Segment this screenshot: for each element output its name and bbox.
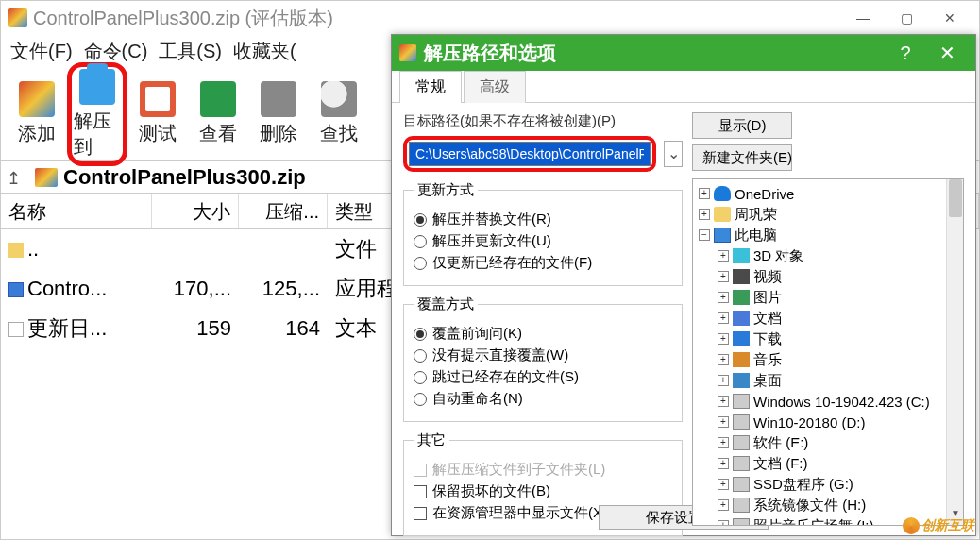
find-icon — [321, 81, 357, 117]
tab-advanced[interactable]: 高级 — [464, 71, 526, 103]
radio-icon — [414, 393, 427, 406]
expand-icon[interactable]: + — [718, 499, 729, 511]
extract-dialog: 解压路径和选项 ? ✕ 常规 高级 目标路径(如果不存在将被创建)(P) ⌄ 更… — [391, 34, 976, 536]
app-icon — [8, 8, 27, 27]
dialog-help-button[interactable]: ? — [885, 42, 926, 64]
radio-option[interactable]: 覆盖前询问(K) — [414, 325, 672, 343]
tree-node[interactable]: +视频 — [695, 266, 961, 287]
tree-node[interactable]: +周巩荣 — [695, 204, 961, 225]
toolbar-add[interactable]: 添加 — [7, 81, 67, 146]
new-folder-button[interactable]: 新建文件夹(E) — [692, 144, 792, 171]
expand-icon[interactable]: + — [718, 333, 729, 345]
overwrite-legend: 覆盖方式 — [414, 295, 478, 313]
menu-favorites[interactable]: 收藏夹( — [229, 37, 300, 66]
col-size[interactable]: 大小 — [152, 194, 239, 228]
col-name[interactable]: 名称 — [1, 194, 152, 228]
drive-icon — [733, 477, 750, 492]
expand-icon[interactable]: + — [718, 437, 729, 448]
tree-node[interactable]: +软件 (E:) — [695, 432, 961, 453]
music-icon — [733, 352, 750, 367]
radio-option[interactable]: 跳过已经存在的文件(S) — [414, 368, 672, 386]
close-button[interactable]: ✕ — [928, 4, 972, 32]
tree-scrollbar[interactable]: ▲ ▼ — [946, 179, 963, 525]
dialog-title: 解压路径和选项 — [424, 41, 556, 66]
overwrite-group: 覆盖方式 覆盖前询问(K)没有提示直接覆盖(W)跳过已经存在的文件(S)自动重命… — [403, 295, 683, 422]
expand-icon[interactable]: + — [718, 458, 729, 469]
maximize-button[interactable]: ▢ — [885, 4, 928, 32]
expand-icon[interactable]: + — [718, 354, 729, 365]
dialog-icon — [399, 44, 416, 61]
tree-node[interactable]: +下载 — [695, 329, 961, 349]
tree-node[interactable]: +系统镜像文件 (H:) — [695, 495, 961, 515]
tree-node[interactable]: +文档 — [695, 308, 961, 329]
expand-icon[interactable]: + — [718, 292, 729, 303]
toolbar-delete[interactable]: 删除 — [248, 81, 309, 146]
extract-icon — [79, 69, 115, 105]
tree-node[interactable]: +OneDrive — [695, 183, 961, 204]
cloud-icon — [714, 186, 731, 201]
radio-icon — [414, 235, 427, 248]
tree-node[interactable]: +SSD盘程序 (G:) — [695, 474, 961, 495]
tree-node[interactable]: +Windows 10-19042.423 (C:) — [695, 391, 961, 412]
tree-node[interactable]: +文档 (F:) — [695, 453, 961, 474]
tree-node[interactable]: +音乐 — [695, 349, 961, 370]
drive-icon — [733, 414, 750, 430]
drive-icon — [733, 456, 750, 471]
dl-icon — [733, 331, 750, 346]
path-dropdown-button[interactable]: ⌄ — [664, 141, 683, 167]
tree-node[interactable]: +Win10-20180 (D:) — [695, 412, 961, 432]
menu-command[interactable]: 命令(C) — [80, 37, 152, 66]
tree-node[interactable]: −此电脑 — [695, 225, 961, 245]
tree-node[interactable]: +桌面 — [695, 370, 961, 391]
radio-option[interactable]: 仅更新已经存在的文件(F) — [414, 254, 672, 272]
toolbar-find[interactable]: 查找 — [309, 81, 369, 146]
col-compressed[interactable]: 压缩... — [239, 194, 328, 228]
radio-option[interactable]: 自动重命名(N) — [414, 390, 672, 408]
checkbox-option[interactable]: 保留损坏的文件(B) — [414, 482, 672, 500]
expand-icon[interactable]: + — [718, 520, 729, 526]
expand-icon[interactable]: + — [718, 396, 729, 407]
archive-path[interactable]: ControlPanelPlus300.zip — [63, 165, 306, 190]
menu-file[interactable]: 文件(F) — [7, 37, 76, 66]
desk-icon — [733, 373, 750, 388]
3d-icon — [733, 248, 750, 263]
radio-icon — [414, 257, 427, 270]
expand-icon[interactable]: − — [699, 229, 710, 241]
watermark-icon — [903, 517, 920, 534]
up-icon[interactable]: ↥ — [7, 168, 29, 187]
expand-icon[interactable]: + — [699, 209, 710, 220]
dialog-close-button[interactable]: ✕ — [926, 42, 968, 64]
scroll-thumb[interactable] — [949, 179, 962, 217]
expand-icon[interactable]: + — [718, 312, 729, 324]
radio-icon — [414, 371, 427, 384]
tab-general[interactable]: 常规 — [399, 71, 462, 103]
destination-path-input[interactable] — [409, 142, 651, 166]
drive-icon — [733, 498, 750, 513]
radio-option[interactable]: 解压并替换文件(R) — [414, 211, 672, 228]
file-icon — [8, 243, 24, 258]
toolbar-test[interactable]: 测试 — [127, 81, 188, 146]
expand-icon[interactable]: + — [699, 188, 710, 199]
view-icon — [200, 81, 236, 117]
radio-option[interactable]: 没有提示直接覆盖(W) — [414, 346, 672, 364]
tabstrip: 常规 高级 — [392, 71, 975, 103]
expand-icon[interactable]: + — [718, 271, 729, 282]
expand-icon[interactable]: + — [718, 416, 729, 428]
tree-node[interactable]: +3D 对象 — [695, 245, 961, 266]
expand-icon[interactable]: + — [718, 479, 729, 490]
expand-icon[interactable]: + — [718, 250, 729, 262]
menu-tools[interactable]: 工具(S) — [155, 37, 226, 66]
update-legend: 更新方式 — [414, 181, 478, 199]
checkbox-option: 解压压缩文件到子文件夹(L) — [414, 461, 672, 479]
folder-tree[interactable]: ▲ ▼ +OneDrive+周巩荣−此电脑+3D 对象+视频+图片+文档+下载+… — [692, 178, 964, 526]
radio-option[interactable]: 解压并更新文件(U) — [414, 232, 672, 250]
expand-icon[interactable]: + — [718, 375, 729, 386]
toolbar-extract-to[interactable]: 解压到 — [67, 62, 127, 166]
toolbar-view[interactable]: 查看 — [188, 81, 248, 146]
minimize-button[interactable]: ― — [841, 4, 885, 32]
checkbox-icon — [414, 507, 427, 520]
tree-node[interactable]: +图片 — [695, 287, 961, 308]
path-label: 目标路径(如果不存在将被创建)(P) — [403, 112, 683, 130]
display-button[interactable]: 显示(D) — [692, 112, 792, 139]
eval-suffix: (评估版本) — [245, 8, 333, 28]
